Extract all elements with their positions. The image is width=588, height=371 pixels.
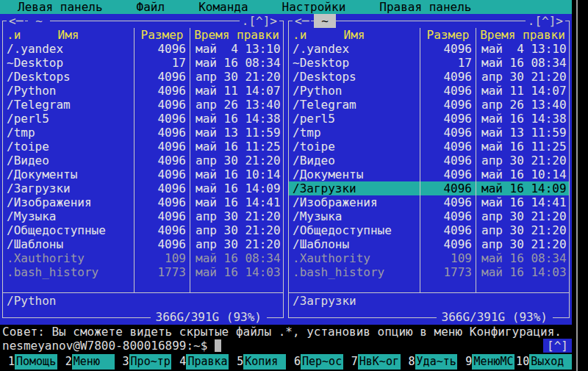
shell-prompt: nesmeyanov@W7800-800016899:~$ <box>2 339 207 353</box>
file-row[interactable]: .bash_history1773май 16 14:03 <box>289 265 569 279</box>
menu-command[interactable]: Команда <box>198 0 248 14</box>
file-size: 4096 <box>134 237 190 251</box>
file-size: 4096 <box>134 112 190 126</box>
fkey-menu[interactable]: 2Меню <box>57 354 115 370</box>
panel-path-title[interactable]: ~ <box>314 14 336 28</box>
file-row[interactable]: /Документы4096май 16 10:14 <box>289 168 569 181</box>
fkey-view[interactable]: 3Про~тр <box>115 354 172 370</box>
file-row[interactable]: ~Desktop17май 16 08:34 <box>289 56 569 70</box>
column-header-name[interactable]: Имя <box>344 28 365 42</box>
file-row[interactable]: /toipe4096май 16 11:25 <box>289 140 569 154</box>
fkey-delete[interactable]: 8Уда~ть <box>401 354 458 370</box>
file-row[interactable]: /Загрузки4096май 16 14:09 <box>289 181 569 195</box>
file-row[interactable]: /Telegram4096апр 26 13:40 <box>3 98 283 112</box>
sort-indicator[interactable]: .и <box>7 28 21 42</box>
file-name: .bash_history <box>289 265 420 279</box>
file-mtime: апр 30 21:20 <box>476 237 569 251</box>
disk-usage-stats: 366G/391G (93%) <box>437 310 553 324</box>
file-size: 4096 <box>420 98 476 112</box>
menu-options[interactable]: Настройки <box>282 0 346 14</box>
file-row[interactable]: /perl54096май 16 14:38 <box>3 112 283 126</box>
column-header-size[interactable]: Размер <box>134 28 190 42</box>
file-row[interactable]: /Шаблоны4096апр 30 21:20 <box>289 237 569 251</box>
panel-dotfiles-history-forward-icon[interactable]: .[^]> <box>526 14 565 28</box>
file-name: .bash_history <box>3 265 134 279</box>
file-name: /Шаблоны <box>289 237 420 251</box>
file-row[interactable]: /Изображения4096май 16 14:41 <box>3 195 283 209</box>
file-name: /Изображения <box>289 195 420 209</box>
file-mtime: май 16 14:09 <box>476 181 569 195</box>
mc-terminal-screen: Левая панель Файл Команда Настройки Прав… <box>0 0 588 371</box>
file-size: 17 <box>134 56 190 70</box>
column-header-size[interactable]: Размер <box>420 28 476 42</box>
column-header-mtime[interactable]: Время правки <box>190 28 283 42</box>
mini-status-separator <box>289 292 569 293</box>
fkey-help[interactable]: 1Помощь <box>0 354 57 370</box>
file-mtime: апр 30 21:20 <box>476 209 569 223</box>
panel-history-back-icon[interactable]: <─ <box>7 14 25 28</box>
terminal-scrollbar[interactable] <box>576 0 578 371</box>
fkey-edit[interactable]: 4Правка <box>171 354 229 370</box>
file-size: 1773 <box>134 265 190 279</box>
file-name: /Desktops <box>3 70 134 84</box>
panel-dotfiles-history-forward-icon[interactable]: .[^]> <box>240 14 279 28</box>
column-separator <box>476 42 476 292</box>
file-row[interactable]: /tmp4096май 13 11:59 <box>3 126 283 140</box>
file-name: /Общедоступные <box>3 223 134 237</box>
file-size: 4096 <box>134 42 190 56</box>
menu-right-panel[interactable]: Правая панель <box>379 0 471 14</box>
panel-path-title[interactable]: ~ <box>28 14 50 28</box>
file-row[interactable]: .Xauthority109май 16 08:34 <box>3 251 283 265</box>
panel-title-row: <─ ~ .[^]> <box>286 14 572 28</box>
fkey-quit[interactable]: 10Выход <box>514 354 572 370</box>
file-size: 4096 <box>134 154 190 168</box>
menu-file[interactable]: Файл <box>137 0 165 14</box>
file-name: /toipe <box>3 140 134 154</box>
fkey-move[interactable]: 6Пер~ос <box>286 354 343 370</box>
fkey-mkdir[interactable]: 7НвК~ог <box>343 354 401 370</box>
file-row[interactable]: /Музыка4096апр 30 21:20 <box>3 209 283 223</box>
file-name: /Изображения <box>3 195 134 209</box>
file-row[interactable]: /Документы4096май 16 10:14 <box>3 168 283 181</box>
file-row[interactable]: /Изображения4096май 16 14:41 <box>289 195 569 209</box>
file-row[interactable]: /Desktops4096апр 30 21:20 <box>3 70 283 84</box>
file-size: 4096 <box>420 126 476 140</box>
right-file-panel: <─ ~ .[^]> .иИмя Размер Время правки /.y… <box>286 14 572 325</box>
file-row[interactable]: /Telegram4096апр 26 13:40 <box>289 98 569 112</box>
file-name: /perl5 <box>3 112 134 126</box>
file-row[interactable]: /Python4096май 11 14:07 <box>3 84 283 98</box>
file-row[interactable]: /Загрузки4096май 16 14:09 <box>3 181 283 195</box>
file-row[interactable]: /Desktops4096апр 30 21:20 <box>289 70 569 84</box>
sort-indicator[interactable]: .и <box>293 28 306 42</box>
column-header-name[interactable]: Имя <box>58 28 79 42</box>
file-row[interactable]: /.yandex4096май 4 13:10 <box>289 42 569 56</box>
fkey-copy[interactable]: 5Копия <box>229 354 286 370</box>
file-row[interactable]: /Видео4096апр 30 21:20 <box>289 154 569 168</box>
file-row[interactable]: /Шаблоны4096апр 30 21:20 <box>3 237 283 251</box>
file-row[interactable]: /Общедоступные4096апр 30 21:20 <box>3 223 283 237</box>
file-size: 109 <box>134 251 190 265</box>
panel-history-back-icon[interactable]: <─ <box>293 14 311 28</box>
file-row[interactable]: .Xauthority109май 16 08:34 <box>289 251 569 265</box>
file-row[interactable]: /toipe4096май 16 11:25 <box>3 140 283 154</box>
file-row[interactable]: /perl54096май 16 14:38 <box>289 112 569 126</box>
command-line[interactable]: nesmeyanov@W7800-800016899:~$ <box>0 339 572 353</box>
file-name: /Музыка <box>289 209 420 223</box>
menu-left-panel[interactable]: Левая панель <box>18 0 103 14</box>
fkey-menu-mc[interactable]: 9МенюМС <box>457 354 514 370</box>
file-name: /Общедоступные <box>289 223 420 237</box>
file-mtime: май 16 08:34 <box>190 56 283 70</box>
file-mtime: май 13 11:59 <box>476 126 569 140</box>
column-header-mtime[interactable]: Время правки <box>476 28 569 42</box>
file-row[interactable]: /Общедоступные4096апр 30 21:20 <box>289 223 569 237</box>
file-row[interactable]: /Видео4096апр 30 21:20 <box>3 154 283 168</box>
file-row[interactable]: .bash_history1773май 16 14:03 <box>3 265 283 279</box>
file-row[interactable]: ~Desktop17май 16 08:34 <box>3 56 283 70</box>
file-row[interactable]: /Музыка4096апр 30 21:20 <box>289 209 569 223</box>
terminal-right-margin <box>572 0 588 371</box>
file-row[interactable]: /tmp4096май 13 11:59 <box>289 126 569 140</box>
file-name: /Desktops <box>289 70 420 84</box>
file-row[interactable]: /Python4096май 11 14:07 <box>289 84 569 98</box>
file-row[interactable]: /.yandex4096май 4 13:10 <box>3 42 283 56</box>
file-mtime: май 11 14:07 <box>190 84 283 98</box>
